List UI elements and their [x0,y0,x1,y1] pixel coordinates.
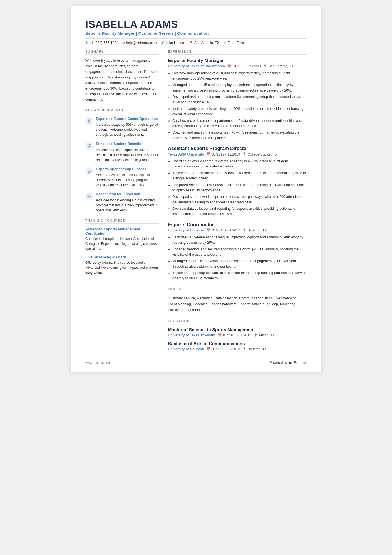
enhancv-logo: ∞ [289,360,292,366]
summary-text: With over 8 years in esports management,… [85,58,159,102]
job-meta: University of Texas at San Antonio 📅 01/… [168,64,307,68]
svg-point-0 [89,120,90,122]
star-icon [87,169,91,173]
calendar-icon: 📅 [206,347,211,351]
header: ISABELLA ADAMS Esports Facility Manager … [85,19,307,45]
course-title: Live Streaming Mastery [85,255,159,259]
job-location: 📍 Houston, TX [242,228,267,233]
achievement-icon-wrap [85,167,93,175]
job-title: Assistant Esports Program Director [168,146,307,151]
course-desc: Completed through the National Associati… [85,236,159,251]
pin-icon: 📍 [263,64,267,68]
calendar-icon: 📅 [217,333,222,337]
training-heading: TRAINING / COURSES [85,219,159,224]
job-location: 📍 College Station, TX [242,152,277,156]
svg-marker-1 [88,170,91,173]
pin-icon: 📍 [242,152,247,156]
job-dates: 📅 05/2017 - 12/2019 [206,152,240,156]
bullet-item: Implemented ggLeap software to streamlin… [172,270,307,281]
bullet-item: Oversaw daily operations of a 10,000 sq … [172,71,307,82]
achievement-icon-wrap [85,142,93,150]
email-icon: ✉ [122,41,125,45]
edu-meta: University of Texas at Austin 📅 01/2013 … [168,333,307,337]
edu-degree: Master of Science in Sports Management [168,327,307,332]
achievement-item: Esports Sponsorship Success Secured $25,… [85,167,159,188]
achievement-desc: Secured $25,000 in sponsorships for univ… [96,172,159,188]
edu-school: University of Texas at Austin [168,333,215,337]
footer: www.enhancv.com Powered by ∞ Enhancv [85,360,307,366]
location-icon: 📍 [189,41,193,45]
link-icon: 🔗 [160,41,165,45]
bullet-item: Led procurement and installation of $100… [172,182,307,193]
course-desc: Offered by Udemy, this course focused on… [85,260,159,275]
star-icon: ☆ [223,41,226,45]
achievement-item: Recognition for Innovation Awarded for d… [85,192,159,213]
trophy-icon [87,119,91,123]
contact-location: 📍 San Antonio, TX [189,41,219,45]
edu-dates: 📅 01/2009 - 01/2013 [206,347,240,351]
job-company: Texas A&M University [168,152,204,156]
footer-url: www.enhancv.com [85,361,111,364]
bullet-item: Managed a team of 15 student employees, … [172,82,307,93]
job-bullets: Oversaw daily operations of a 10,000 sq … [168,71,307,141]
achievement-title: Esports Sponsorship Success [96,167,159,172]
job-company: University of Texas at San Antonio [168,64,225,68]
achievement-desc: Implemented high-impact initiatives resu… [96,147,159,162]
edu-meta: University of Houston 📅 01/2009 - 01/201… [168,347,307,351]
achievement-title: Expanded Esports Center Operations [96,117,159,122]
edu-location: 📍 Houston, TX [242,347,267,351]
phone-icon: ✆ [85,41,88,45]
job-bullets: Coordinated over 20 campus events, resul… [168,159,307,217]
pin-icon: 📍 [254,333,258,337]
calendar-icon: 📅 [206,152,211,156]
achievement-desc: Awarded for developing a cross-training … [96,198,159,213]
achievement-item: Enhanced Student Retention Implemented h… [85,142,159,162]
bullet-item: Coordinated over 20 campus events, resul… [172,159,307,169]
achievement-icon-wrap [85,193,93,200]
pin-icon: 📍 [242,228,247,233]
contact-linkedin: 🔗 linkedin.com [160,41,185,45]
svg-point-2 [89,196,90,197]
pin-icon: 📍 [242,347,247,351]
candidate-name: ISABELLA ADAMS [85,19,307,30]
left-column: SUMMARY With over 8 years in esports man… [85,50,159,355]
achievement-icon-wrap [85,117,93,125]
achievement-item: Expanded Esports Center Operations Incre… [85,117,159,137]
bullet-item: Developed student workshops on esports c… [172,194,307,205]
achievement-desc: Increased usage by 50% through targeted … [96,122,159,137]
job-dates: 📅 08/2015 - 04/2017 [206,228,240,233]
job-company: University of Houston [168,228,204,232]
edu-dates: 📅 01/2013 - 01/2015 [217,333,251,337]
edu-location: 📍 Austin, TX [254,333,275,337]
summary-heading: SUMMARY [85,50,159,55]
bullet-item: Engaged vendors and secured sponsorships… [172,247,307,258]
experience-heading: EXPERIENCE [168,50,307,55]
job-meta: University of Houston 📅 08/2015 - 04/201… [168,228,307,233]
footer-brand: Powered by ∞ Enhancv [270,360,307,366]
job-dates: 📅 01/2020 - 09/2023 [227,64,261,68]
body-columns: SUMMARY With over 8 years in esports man… [85,50,307,355]
achievements-heading: KEY ACHIEVEMENTS [85,108,159,113]
contact-phone: ✆ +1-(234)-555-1234 [85,41,118,45]
achievement-title: Recognition for Innovation [96,192,159,197]
skills-text: Customer service, Recruiting, Data colle… [168,295,307,313]
course-title: Advanced Esports Management Certificatio… [85,227,159,235]
candidate-title: Esports Facility Manager | Customer Serv… [85,31,307,36]
brand-name: Enhancv [294,361,307,365]
calendar-icon: 📅 [206,228,211,233]
bullet-item: Coached and guided the esports team to w… [172,130,307,141]
skills-heading: SKILLS [168,287,307,292]
education-heading: EDUCATION [168,319,307,324]
job-title: Esports Coordinator [168,222,307,228]
job-location: 📍 San Antonio, TX [263,64,293,68]
bullet-item: Oversaw data collection and reporting fo… [172,206,307,217]
bullet-item: Managed esports club events that doubled… [172,258,307,269]
job-title: Esports Facility Manager [168,58,307,63]
trophy2-icon [87,194,91,198]
job-meta: Texas A&M University 📅 05/2017 - 12/2019… [168,152,307,156]
job-bullets: Facilitated a 15-team esports league, im… [168,235,307,281]
calendar-icon: 📅 [227,64,232,68]
bullet-item: Developed and marketed a multi-platform … [172,94,307,105]
edu-school: University of Houston [168,347,204,351]
bullet-item: Facilitated a 15-team esports league, im… [172,235,307,246]
